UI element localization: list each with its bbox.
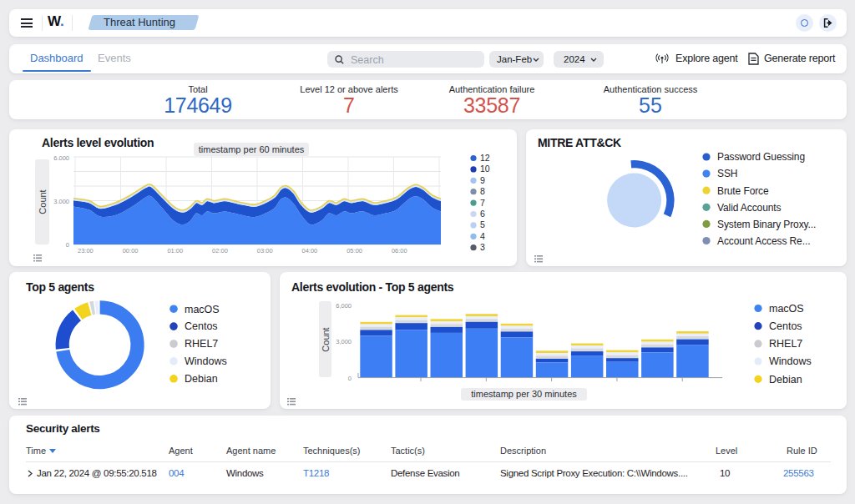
svg-text:8: 8 <box>480 186 485 196</box>
svg-text:Account Access Re...: Account Access Re... <box>717 235 810 247</box>
svg-text:Centos: Centos <box>185 320 218 332</box>
svg-text:06:00: 06:00 <box>392 247 407 255</box>
svg-text:03:00: 03:00 <box>257 247 273 255</box>
svg-text:02:00: 02:00 <box>212 247 228 255</box>
svg-text:7: 7 <box>480 198 485 208</box>
svg-text:9: 9 <box>480 175 485 185</box>
svg-text:Debian: Debian <box>769 374 802 386</box>
svg-text:RHEL7: RHEL7 <box>185 338 218 350</box>
svg-text:macOS: macOS <box>185 304 220 315</box>
svg-text:Brute Force: Brute Force <box>717 185 769 197</box>
svg-text:6.000: 6.000 <box>53 154 69 162</box>
svg-text:SSH: SSH <box>717 168 737 179</box>
svg-text:10: 10 <box>480 164 490 174</box>
svg-text:05:00: 05:00 <box>347 247 362 255</box>
svg-text:Windows: Windows <box>185 355 227 367</box>
svg-text:12: 12 <box>480 153 490 163</box>
svg-text:3,000: 3,000 <box>336 338 352 345</box>
svg-text:0: 0 <box>66 241 69 249</box>
svg-text:0: 0 <box>348 375 352 382</box>
svg-text:System Binary Proxy...: System Binary Proxy... <box>717 219 816 230</box>
svg-text:6,000: 6,000 <box>336 302 352 310</box>
svg-text:4: 4 <box>480 231 485 241</box>
svg-text:Valid Accounts: Valid Accounts <box>717 202 782 214</box>
svg-text:01:00: 01:00 <box>167 247 183 255</box>
svg-text:Debian: Debian <box>185 373 218 385</box>
svg-text:6: 6 <box>480 209 485 219</box>
svg-text:3: 3 <box>480 242 485 252</box>
svg-text:23:00: 23:00 <box>78 247 94 255</box>
svg-text:00:00: 00:00 <box>123 247 139 255</box>
svg-text:3.000: 3.000 <box>53 198 69 205</box>
svg-text:Centos: Centos <box>769 320 802 332</box>
svg-text:5: 5 <box>480 219 485 229</box>
svg-text:Password Guessing: Password Guessing <box>717 151 805 163</box>
svg-text:Windows: Windows <box>769 355 812 367</box>
svg-text:RHEL7: RHEL7 <box>769 338 802 350</box>
svg-text:macOS: macOS <box>769 303 804 315</box>
svg-text:04:00: 04:00 <box>302 247 318 255</box>
